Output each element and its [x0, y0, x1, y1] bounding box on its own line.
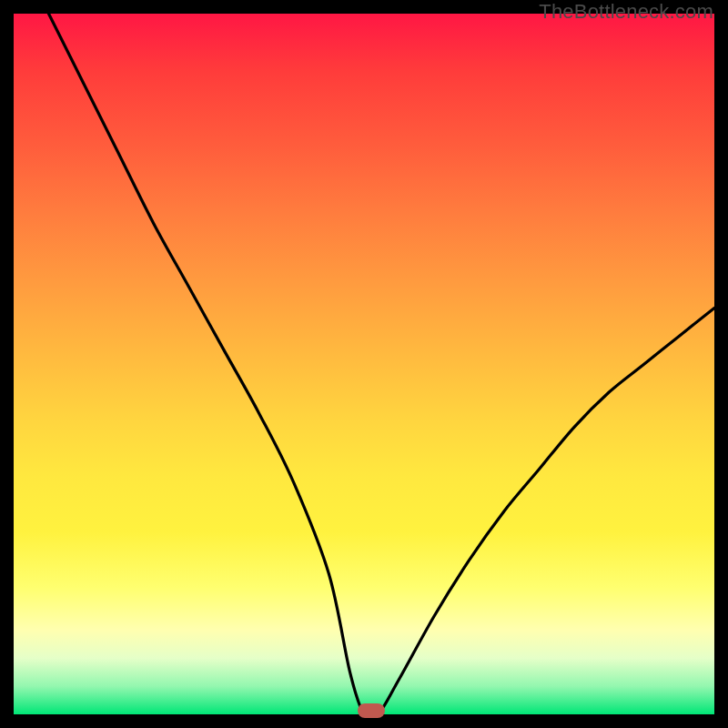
optimal-marker: [358, 703, 385, 718]
chart-frame: TheBottleneck.com: [0, 0, 728, 728]
watermark-text: TheBottleneck.com: [539, 0, 713, 24]
plot-area: [14, 14, 714, 714]
bottleneck-curve: [14, 14, 714, 714]
